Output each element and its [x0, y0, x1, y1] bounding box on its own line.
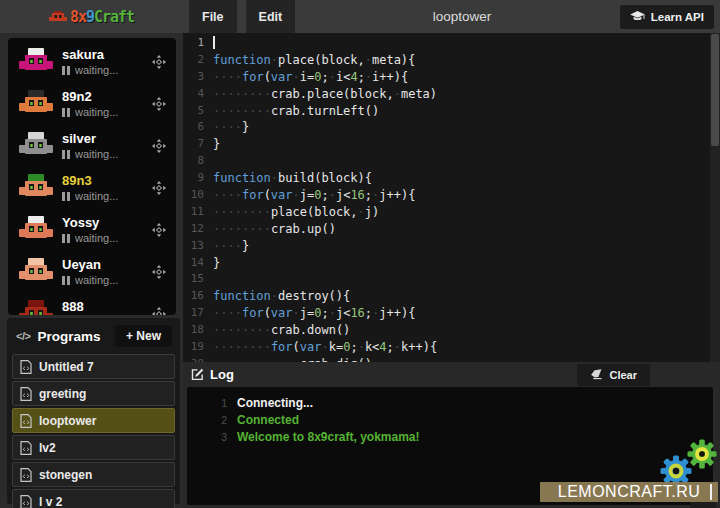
code-line[interactable]: 16function·destroy(){: [183, 288, 720, 305]
line-number: 8: [183, 153, 213, 170]
program-item[interactable]: stonegen: [12, 462, 175, 487]
code-line[interactable]: 18········crab.down(): [183, 322, 720, 339]
log-line-number: 1: [187, 395, 227, 412]
document-title: looptower: [304, 0, 620, 33]
program-item[interactable]: Untitled 7: [12, 354, 175, 379]
program-item[interactable]: l v 2: [12, 489, 175, 508]
clear-log-button[interactable]: Clear: [577, 364, 650, 386]
program-label: l v 2: [39, 495, 62, 508]
program-item[interactable]: lv2: [12, 435, 175, 460]
line-number: 9: [183, 170, 213, 187]
watermark-text: LEMONCRAFT.RU: [558, 482, 701, 502]
player-avatar: [19, 215, 53, 242]
code-line[interactable]: 13····}: [183, 238, 720, 255]
code-line[interactable]: 14}: [183, 255, 720, 272]
text-cursor: [213, 36, 215, 49]
player-row[interactable]: Yossy waiting...: [8, 209, 176, 251]
log-message: Connected: [237, 412, 299, 429]
code-brackets-icon: </>: [16, 330, 30, 342]
line-number: 11: [183, 204, 213, 221]
player-row[interactable]: Ueyan waiting...: [8, 251, 176, 293]
line-number: 13: [183, 238, 213, 255]
player-row[interactable]: 888 waiting...: [8, 293, 176, 315]
line-number: 12: [183, 221, 213, 238]
line-number: 1: [183, 35, 213, 52]
move-player-icon[interactable]: [152, 97, 166, 111]
player-row[interactable]: silver waiting...: [8, 125, 176, 167]
move-player-icon[interactable]: [152, 181, 166, 195]
player-status: waiting...: [62, 232, 118, 244]
program-file-icon: [20, 495, 32, 508]
code-line[interactable]: 8: [183, 153, 720, 170]
line-number: 5: [183, 103, 213, 120]
edit-menu-button[interactable]: Edit: [246, 0, 296, 33]
watermark-substrip: [690, 502, 716, 508]
code-line[interactable]: 12········crab.up(): [183, 221, 720, 238]
program-file-icon: [20, 414, 32, 428]
crab-logo-icon: [49, 10, 67, 23]
learn-api-button[interactable]: Learn API: [620, 5, 714, 29]
line-number: 19: [183, 339, 213, 356]
program-item[interactable]: greeting: [12, 381, 175, 406]
player-avatar: [19, 173, 53, 200]
move-player-icon[interactable]: [152, 139, 166, 153]
player-avatar: [19, 47, 53, 74]
code-line[interactable]: 17····for(var·j=0;·j<16;·j++){: [183, 305, 720, 322]
code-line[interactable]: 1: [183, 35, 720, 52]
graduation-cap-icon: [630, 11, 645, 22]
pause-icon: [62, 66, 70, 75]
log-message: Welcome to 8x9craft, yokmama!: [237, 429, 420, 446]
program-label: greeting: [39, 387, 86, 401]
pause-icon: [62, 108, 70, 117]
player-row[interactable]: sakura waiting...: [8, 41, 176, 83]
player-name: 888: [62, 300, 118, 314]
log-title: Log: [210, 367, 234, 382]
code-line[interactable]: 4········crab.place(block,·meta): [183, 86, 720, 103]
file-menu-button[interactable]: File: [189, 0, 237, 33]
line-number: 16: [183, 288, 213, 305]
code-line[interactable]: 5········crab.turnLeft(): [183, 103, 720, 120]
line-number: 18: [183, 322, 213, 339]
code-line[interactable]: 9function·build(block){: [183, 170, 720, 187]
program-label: looptower: [39, 414, 96, 428]
move-player-icon[interactable]: [152, 55, 166, 69]
player-name: sakura: [62, 48, 118, 62]
code-editor[interactable]: 12function·place(block,·meta){3····for(v…: [183, 33, 720, 362]
code-line[interactable]: 15: [183, 271, 720, 288]
line-number: 14: [183, 255, 213, 272]
move-player-icon[interactable]: [152, 307, 166, 315]
code-line[interactable]: 10····for(var·j=0;·j<16;·j++){: [183, 187, 720, 204]
player-status: waiting...: [62, 190, 118, 202]
line-number: 6: [183, 119, 213, 136]
new-program-button[interactable]: + New: [115, 325, 172, 347]
topbar: 8x9Craft File Edit looptower Learn API: [0, 0, 720, 33]
editor-scrollbar-thumb[interactable]: [711, 34, 719, 146]
log-entry: 1 Connecting...: [187, 395, 713, 412]
player-row[interactable]: 89n3 waiting...: [8, 167, 176, 209]
eraser-icon: [590, 369, 603, 380]
program-label: lv2: [39, 441, 56, 455]
line-number: 7: [183, 136, 213, 153]
player-name: Ueyan: [62, 258, 118, 272]
log-line-number: 3: [187, 429, 227, 446]
move-player-icon[interactable]: [152, 265, 166, 279]
programs-list: Untitled 7 greeting looptower lv2 stoneg…: [12, 354, 175, 508]
players-panel: sakura waiting... 89n2 waiting... silver: [8, 38, 176, 315]
program-item[interactable]: looptower: [12, 408, 175, 433]
code-line[interactable]: 7}: [183, 136, 720, 153]
move-player-icon[interactable]: [152, 223, 166, 237]
code-line[interactable]: 3····for(var·i=0;·i<4;·i++){: [183, 69, 720, 86]
watermark-bar: LEMONCRAFT.RU: [540, 482, 718, 502]
line-number: 2: [183, 52, 213, 69]
line-number: 10: [183, 187, 213, 204]
program-label: Untitled 7: [39, 360, 94, 374]
code-line[interactable]: 6····}: [183, 119, 720, 136]
code-line[interactable]: 2function·place(block,·meta){: [183, 52, 720, 69]
player-row[interactable]: 89n2 waiting...: [8, 83, 176, 125]
editor-scrollbar[interactable]: [710, 33, 720, 362]
player-avatar: [19, 257, 53, 284]
code-line[interactable]: 19········for(var·k=0;·k<4;·k++){: [183, 339, 720, 356]
programs-header: </> Programs + New: [12, 325, 175, 354]
sidebar: sakura waiting... 89n2 waiting... silver: [0, 33, 183, 508]
code-line[interactable]: 11········place(block,·j): [183, 204, 720, 221]
